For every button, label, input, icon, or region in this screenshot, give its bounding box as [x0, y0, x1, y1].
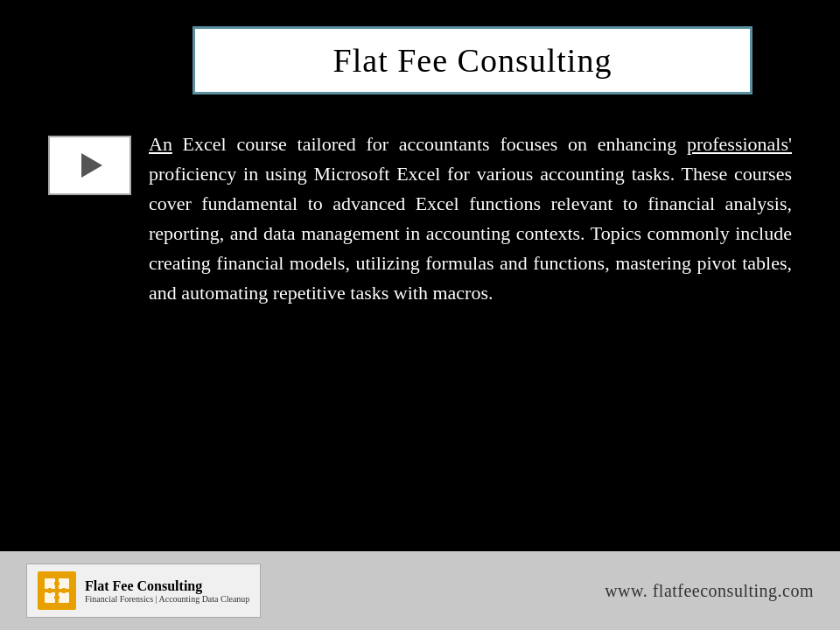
puzzle-icon: [43, 577, 71, 605]
logo-icon: [38, 571, 76, 610]
logo-tagline: Financial Forensics | Accounting Data Cl…: [85, 594, 249, 604]
svg-rect-7: [62, 588, 66, 593]
main-area: Flat Fee Consulting An Excel course tail…: [0, 0, 840, 551]
website-url[interactable]: www. flatfeeconsulting.com: [605, 581, 814, 601]
content-paragraph-2: proficiency in using Microsoft Excel for…: [149, 163, 792, 304]
svg-rect-5: [54, 596, 60, 599]
svg-rect-3: [59, 592, 69, 603]
svg-rect-2: [45, 592, 55, 603]
svg-rect-1: [59, 578, 69, 589]
logo-name: Flat Fee Consulting: [85, 578, 249, 594]
content-paragraph: Excel course tailored for accountants fo…: [172, 133, 687, 155]
footer: Flat Fee Consulting Financial Forensics …: [0, 551, 840, 630]
svg-rect-0: [45, 578, 55, 589]
main-content: An Excel course tailored for accountants…: [48, 130, 792, 309]
page-title: Flat Fee Consulting: [333, 42, 612, 79]
link-text-an[interactable]: An: [149, 133, 172, 155]
title-box: Flat Fee Consulting: [192, 26, 752, 94]
logo-box: Flat Fee Consulting Financial Forensics …: [26, 564, 261, 618]
logo-text-group: Flat Fee Consulting Financial Forensics …: [85, 578, 249, 604]
svg-rect-4: [54, 582, 60, 585]
svg-rect-6: [48, 588, 52, 593]
link-text-professionals[interactable]: professionals': [687, 133, 792, 155]
